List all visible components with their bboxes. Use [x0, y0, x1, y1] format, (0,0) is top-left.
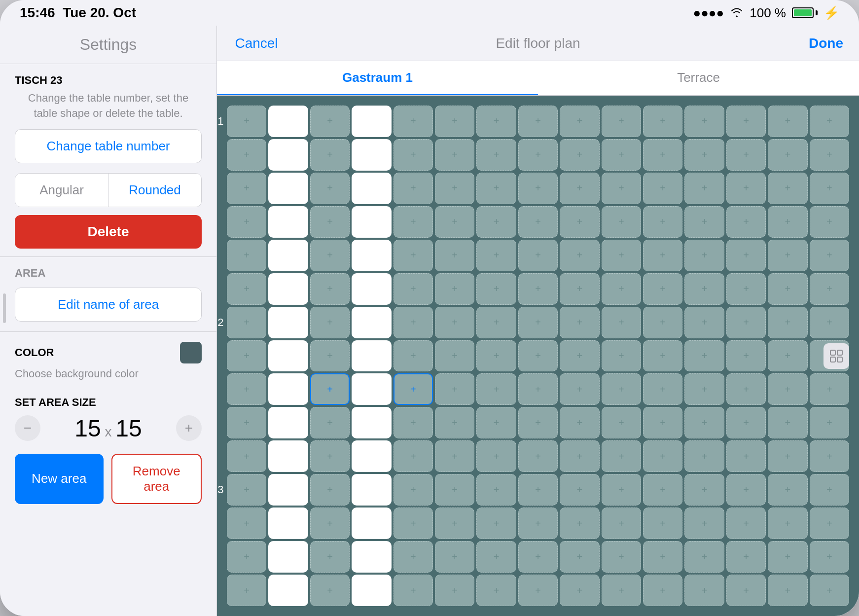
grid-cell[interactable]: + [602, 240, 641, 271]
grid-cell[interactable]: + [602, 474, 641, 506]
grid-cell[interactable]: + [518, 139, 558, 171]
grid-cell[interactable] [268, 273, 308, 305]
done-button[interactable]: Done [780, 36, 859, 51]
grid-cell[interactable]: + [643, 106, 682, 137]
grid-cell[interactable]: + [227, 173, 266, 204]
grid-cell[interactable]: + [810, 240, 849, 271]
size-minus-button[interactable]: − [15, 415, 40, 441]
grid-cell[interactable]: + [435, 206, 474, 238]
grid-cell[interactable]: + [518, 273, 558, 305]
grid-cell[interactable]: + [602, 106, 641, 137]
grid-cell[interactable]: + [476, 575, 516, 606]
grid-cell[interactable]: + [394, 507, 433, 539]
grid-cell[interactable] [352, 240, 391, 271]
grid-cell[interactable]: + [684, 173, 724, 204]
grid-cell[interactable]: + [810, 474, 849, 506]
grid-cell[interactable]: + [476, 139, 516, 171]
grid-cell[interactable]: + [518, 106, 558, 137]
grid-cell[interactable] [268, 206, 308, 238]
grid-cell[interactable]: + [560, 474, 599, 506]
grid-cell[interactable]: + [643, 206, 682, 238]
grid-cell[interactable]: + [560, 173, 599, 204]
grid-cell[interactable]: + [602, 373, 641, 405]
grid-cell[interactable]: + [684, 507, 724, 539]
grid-cell[interactable]: +13 [227, 474, 266, 506]
grid-cell[interactable]: + [476, 373, 516, 405]
grid-cell[interactable]: + [227, 440, 266, 472]
grid-cell[interactable]: + [726, 440, 766, 472]
grid-cell[interactable]: + [768, 340, 807, 372]
grid-cell[interactable] [352, 173, 391, 204]
grid-cell[interactable]: + [560, 240, 599, 271]
grid-cell[interactable]: + [726, 106, 766, 137]
grid-cell[interactable]: + [810, 273, 849, 305]
grid-cell[interactable]: + [768, 541, 807, 573]
grid-cell[interactable]: + [602, 273, 641, 305]
grid-cell[interactable]: + [476, 407, 516, 438]
grid-cell[interactable]: + [643, 373, 682, 405]
grid-cell[interactable] [352, 440, 391, 472]
grid-cell[interactable]: + [518, 373, 558, 405]
grid-cell[interactable]: + [602, 340, 641, 372]
grid-cell[interactable]: + [476, 474, 516, 506]
grid-cell[interactable]: + [643, 440, 682, 472]
grid-cell[interactable]: + [768, 106, 807, 137]
grid-cell[interactable]: + [435, 575, 474, 606]
fp-right-icon[interactable] [823, 343, 849, 369]
delete-button[interactable]: Delete [15, 215, 202, 249]
grid-cell[interactable]: + [394, 206, 433, 238]
grid-cell[interactable]: + [602, 307, 641, 338]
grid-cell[interactable]: + [227, 240, 266, 271]
grid-cell[interactable]: + [476, 541, 516, 573]
grid-cell[interactable]: + [227, 575, 266, 606]
grid-cell[interactable]: + [310, 440, 350, 472]
grid-cell[interactable]: + [684, 240, 724, 271]
grid-cell[interactable]: + [560, 541, 599, 573]
tab-gastraum1[interactable]: Gastraum 1 [217, 61, 538, 95]
grid-cell[interactable]: + [726, 541, 766, 573]
grid-cell[interactable]: + [435, 240, 474, 271]
grid-cell[interactable]: + [684, 206, 724, 238]
grid-cell[interactable]: + [560, 307, 599, 338]
grid-cell[interactable] [352, 407, 391, 438]
grid-cell[interactable] [268, 240, 308, 271]
grid-cell[interactable]: + [726, 240, 766, 271]
grid-cell[interactable]: + [476, 106, 516, 137]
grid-cell[interactable]: + [560, 575, 599, 606]
grid-cell[interactable]: + [476, 240, 516, 271]
grid-cell[interactable]: + [810, 307, 849, 338]
grid-cell[interactable]: + [310, 541, 350, 573]
grid-cell[interactable] [352, 541, 391, 573]
change-table-number-button[interactable]: Change table number [15, 129, 202, 163]
grid-cell[interactable]: + [726, 173, 766, 204]
grid-cell[interactable]: + [518, 407, 558, 438]
grid-cell[interactable]: + [435, 474, 474, 506]
grid-cell[interactable]: + [227, 273, 266, 305]
grid-cell[interactable]: + [726, 507, 766, 539]
grid-cell[interactable]: + [810, 440, 849, 472]
grid-cell[interactable]: + [476, 307, 516, 338]
grid-cell[interactable]: +11 [227, 106, 266, 137]
grid-cell[interactable]: + [643, 173, 682, 204]
grid-cell[interactable] [352, 474, 391, 506]
grid-cell[interactable]: + [810, 575, 849, 606]
grid-cell[interactable]: + [726, 340, 766, 372]
grid-cell[interactable]: + [310, 575, 350, 606]
grid-cell[interactable]: + [602, 541, 641, 573]
grid-cell[interactable]: + [684, 407, 724, 438]
grid-cell[interactable]: + [768, 307, 807, 338]
grid-cell[interactable]: + [684, 575, 724, 606]
grid-cell[interactable]: + [518, 541, 558, 573]
grid-cell[interactable]: + [518, 173, 558, 204]
grid-cell[interactable]: + [227, 139, 266, 171]
grid-cell[interactable]: + [602, 173, 641, 204]
grid-cell[interactable]: + [810, 106, 849, 137]
grid-cell[interactable]: + [726, 474, 766, 506]
new-area-button[interactable]: New area [15, 454, 104, 504]
grid-cell[interactable]: + [684, 106, 724, 137]
grid-cell[interactable]: + [518, 340, 558, 372]
grid-cell[interactable]: + [810, 541, 849, 573]
grid-cell[interactable]: + [476, 440, 516, 472]
grid-cell[interactable]: + [726, 139, 766, 171]
grid-cell[interactable]: + [310, 507, 350, 539]
